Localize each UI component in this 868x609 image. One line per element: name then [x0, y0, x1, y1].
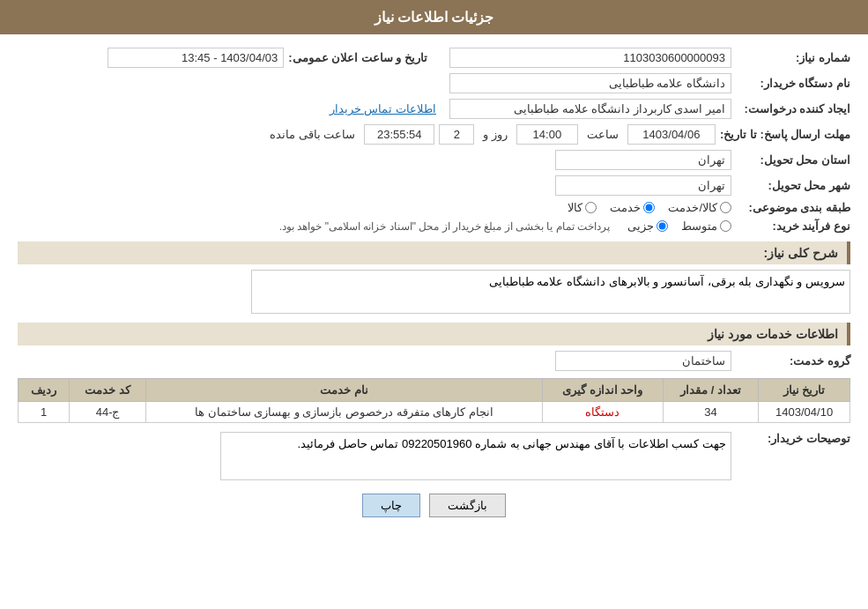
services-section-title: اطلاعات خدمات مورد نیاز — [18, 323, 850, 345]
tarikh-value: 1403/04/03 - 13:45 — [108, 48, 284, 68]
row-shomara-tarikh: شماره نیاز: 1103030600000093 تاریخ و ساع… — [18, 48, 850, 68]
radio-jazee[interactable] — [657, 220, 668, 232]
button-bar: بازگشت چاپ — [18, 494, 850, 517]
row-toseah: توصیحات خریدار: — [18, 432, 850, 480]
tarikh-label: تاریخ و ساعت اعلان عمومی: — [288, 51, 427, 64]
cell-nam: انجام کارهای متفرقه درخصوص بازسازی و بهس… — [145, 402, 542, 423]
services-table: تاریخ نیاز تعداد / مقدار واحد اندازه گیر… — [18, 378, 850, 423]
toseah-section: توصیحات خریدار: — [18, 432, 850, 480]
content-area: شماره نیاز: 1103030600000093 تاریخ و ساع… — [0, 34, 868, 544]
sharh-koli-textarea[interactable] — [251, 270, 850, 314]
row-tabaghe: طبقه بندی موضوعی: کالا/خدمت خدمت کالا — [18, 201, 850, 214]
row-ijad-konande: ایجاد کننده درخواست: امیر اسدی کاربرداز … — [18, 99, 850, 119]
farayand-label: نوع فرآیند خرید: — [736, 219, 850, 233]
cell-radif: 1 — [19, 402, 70, 423]
farayand-note: پرداخت تمام یا بخشی از مبلغ خریدار از مح… — [279, 220, 610, 233]
radio-kala-item: کالا — [568, 201, 597, 214]
radio-khedmat[interactable] — [643, 202, 655, 213]
radio-jazee-item: جزیی — [627, 219, 668, 233]
table-header-row: تاریخ نیاز تعداد / مقدار واحد اندازه گیر… — [19, 379, 850, 402]
nam-dastgah-value: دانشگاه علامه طباطبایی — [449, 73, 731, 93]
ostan-value: تهران — [555, 150, 731, 170]
row-ostan: استان محل تحویل: تهران — [18, 150, 850, 170]
ijad-konande-value: امیر اسدی کاربرداز دانشگاه علامه طباطبای… — [449, 99, 731, 119]
cell-tedad: 34 — [663, 402, 759, 423]
mohlat-date: 1403/04/06 — [627, 124, 716, 145]
table-row: 1403/04/10 34 دستگاه انجام کارهای متفرقه… — [19, 402, 850, 423]
bazgasht-button[interactable]: بازگشت — [429, 494, 506, 517]
cell-vahed: دستگاه — [542, 402, 663, 423]
radio-motevaset-item: متوسط — [681, 219, 731, 233]
col-kod-khedmat: کد خدمت — [70, 379, 146, 402]
radio-motevaset[interactable] — [720, 220, 731, 232]
gorohe-khedmat-value: ساختمان — [555, 351, 731, 371]
col-tedad: تعداد / مقدار — [663, 379, 759, 402]
etelaat-tamas-link[interactable]: اطلاعات تماس خریدار — [330, 102, 436, 115]
ostan-label: استان محل تحویل: — [736, 153, 850, 167]
tabaghe-radio-group: کالا/خدمت خدمت کالا — [568, 201, 731, 214]
row-gorohe-khedmat: گروه خدمت: ساختمان — [18, 351, 850, 371]
farayand-radio-group: متوسط جزیی — [627, 219, 731, 233]
mohlat-label: مهلت ارسال پاسخ: تا تاریخ: — [720, 128, 850, 141]
radio-kala[interactable] — [585, 202, 597, 213]
sharh-section-title: شرح کلی نیاز: — [18, 241, 850, 264]
row-sharh-koli — [18, 270, 850, 314]
row-farayand: نوع فرآیند خرید: متوسط جزیی پرداخت تمام … — [18, 219, 850, 233]
mohlat-time-label: ساعت — [587, 128, 619, 141]
radio-kala-label: کالا — [568, 201, 582, 214]
mohlat-saat-label: ساعت باقی مانده — [270, 128, 355, 141]
nam-dastgah-label: نام دستگاه خریدار: — [736, 77, 850, 90]
mohlat-countdown: 23:55:54 — [364, 124, 434, 145]
cell-tarikh: 1403/04/10 — [759, 402, 850, 423]
radio-kala-khedmat-item: کالا/خدمت — [668, 201, 731, 214]
toseah-label: توصیحات خریدار: — [736, 432, 850, 445]
col-vahed: واحد اندازه گیری — [542, 379, 663, 402]
cell-kod: ج-44 — [70, 402, 146, 423]
gorohe-khedmat-label: گروه خدمت: — [736, 354, 850, 368]
row-mohlat: مهلت ارسال پاسخ: تا تاریخ: 1403/04/06 سا… — [18, 124, 850, 145]
shahr-label: شهر محل تحویل: — [736, 179, 850, 192]
shahr-value: تهران — [555, 175, 731, 196]
shomara-label: شماره نیاز: — [736, 51, 850, 64]
shomara-value: 1103030600000093 — [449, 48, 731, 68]
page-header: جزئیات اطلاعات نیاز — [0, 0, 868, 34]
mohlat-roz-label: روز و — [483, 128, 508, 141]
ijad-konande-label: ایجاد کننده درخواست: — [736, 102, 850, 115]
mohlat-time: 14:00 — [516, 124, 578, 145]
col-nam-khedmat: نام خدمت — [145, 379, 542, 402]
toseah-textarea[interactable] — [220, 432, 731, 480]
radio-khedmat-label: خدمت — [610, 201, 641, 214]
page-wrapper: جزئیات اطلاعات نیاز شماره نیاز: 11030306… — [0, 0, 868, 609]
radio-jazee-label: جزیی — [627, 219, 654, 233]
radio-khedmat-item: خدمت — [610, 201, 655, 214]
col-tarikh: تاریخ نیاز — [759, 379, 850, 402]
chap-button[interactable]: چاپ — [362, 494, 420, 517]
tabaghe-label: طبقه بندی موضوعی: — [736, 201, 850, 214]
page-title: جزئیات اطلاعات نیاز — [375, 10, 494, 25]
col-radif: ردیف — [19, 379, 70, 402]
radio-kala-khedmat[interactable] — [720, 202, 731, 213]
mohlat-roz: 2 — [439, 124, 474, 145]
row-shahr: شهر محل تحویل: تهران — [18, 175, 850, 196]
row-nam-dastgah: نام دستگاه خریدار: دانشگاه علامه طباطبای… — [18, 73, 850, 93]
radio-kala-khedmat-label: کالا/خدمت — [668, 201, 717, 214]
radio-motevaset-label: متوسط — [681, 219, 717, 233]
